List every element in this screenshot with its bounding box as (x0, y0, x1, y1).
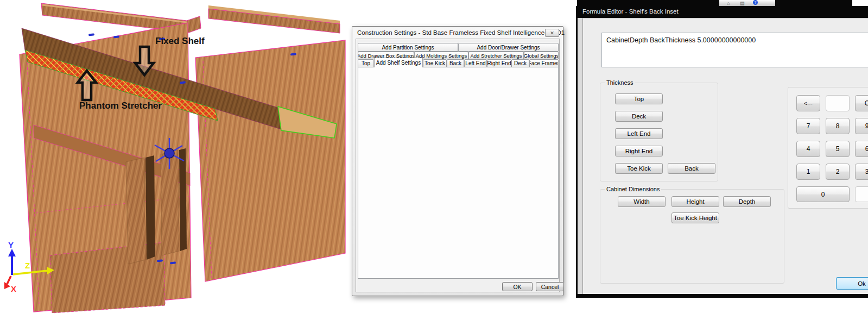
thickness-back-button[interactable]: Back (668, 163, 715, 174)
keypad-backspace-button[interactable]: <--- (796, 95, 820, 111)
tab-global-settings[interactable]: Global Settings (524, 52, 559, 59)
cabinet-dimensions-legend: Cabinet Dimensions (605, 186, 661, 193)
phantom-stretcher-label: Phantom Stretcher (79, 101, 162, 111)
ok-button[interactable]: OK (502, 282, 533, 291)
formula-editor-window: ⌂ ▤ ? Formula Editor - Shelf's Back Inse… (573, 0, 868, 298)
construction-settings-dialog: Construction Settings - Std Base Framele… (352, 26, 563, 296)
keypad-7-button[interactable]: 7 (796, 118, 820, 134)
tab-top[interactable]: Top (358, 59, 374, 67)
height-button[interactable]: Height (671, 196, 719, 207)
axis-x-label: X (11, 284, 16, 293)
formula-editor-title: Formula Editor - Shelf's Back Inset (582, 8, 679, 15)
right-end-panel (195, 40, 345, 281)
top-right-board (208, 5, 340, 33)
keypad-5-button[interactable]: 5 (826, 141, 850, 157)
screen: Fixed Shelf Phantom Stretcher Y Z X Cons… (0, 0, 868, 332)
tab-back[interactable]: Back (447, 59, 464, 67)
tab-add-stretcher-settings[interactable]: Add Stretcher Settings (468, 52, 524, 59)
dialog-title: Construction Settings - Std Base Framele… (357, 29, 565, 36)
home-icon[interactable]: ⌂ (727, 1, 730, 6)
keypad-decimal-button[interactable] (855, 186, 868, 202)
keypad-9-button[interactable]: 9 (855, 118, 868, 134)
tab-left-end[interactable]: Left End (464, 59, 487, 67)
depth-button[interactable]: Depth (723, 196, 771, 207)
keypad-1-button[interactable]: 1 (796, 164, 820, 180)
keypad-4-button[interactable]: 4 (796, 141, 820, 157)
toe-kick-height-button[interactable]: Toe Kick Height (671, 212, 719, 223)
keypad-6-button[interactable]: 6 (855, 141, 868, 157)
tab-deck[interactable]: Deck (511, 59, 529, 67)
keypad-2-button[interactable]: 2 (826, 164, 850, 180)
thickness-toe-kick-button[interactable]: Toe Kick (615, 163, 663, 174)
axis-z-label: Z (25, 261, 30, 270)
tab-face-frames[interactable]: Face Frames (529, 59, 559, 67)
cancel-button[interactable]: Cancel (536, 282, 564, 291)
fixed-shelf-label: Fixed Shelf (155, 36, 205, 46)
thickness-top-button[interactable]: Top (615, 93, 663, 104)
tab-add-partition-settings[interactable]: Add Partition Settings (358, 43, 458, 52)
tab-right-end[interactable]: Right End (487, 59, 511, 67)
thickness-right-end-button[interactable]: Right End (615, 146, 663, 156)
help-circle-icon[interactable]: ? (753, 0, 758, 5)
axis-y-label: Y (8, 240, 14, 249)
keypad-3-button[interactable]: 3 (855, 164, 868, 180)
tab-add-door-drawer-settings[interactable]: Add Door/Drawer Settings (458, 43, 559, 52)
tab-toe-kick[interactable]: Toe Kick (423, 59, 447, 67)
keypad-clear-button[interactable]: C (855, 95, 868, 111)
keypad-8-button[interactable]: 8 (826, 118, 850, 134)
keypad-0-button[interactable]: 0 (796, 186, 850, 202)
grid-icon[interactable]: ▤ (740, 1, 745, 6)
thickness-deck-button[interactable]: Deck (615, 111, 663, 122)
formula-editor-titlebar: Formula Editor - Shelf's Back Inset (576, 6, 868, 18)
shelf-settings-page (358, 67, 559, 279)
thickness-legend: Thickness (605, 79, 635, 86)
formula-input[interactable]: CabinetDepth BackThickness 5.00000000000… (601, 33, 868, 67)
close-icon[interactable]: ✕ (545, 29, 559, 37)
thickness-left-end-button[interactable]: Left End (615, 128, 663, 139)
tab-add-shelf-settings[interactable]: Add Shelf Settings (374, 58, 423, 67)
formula-editor-ok-button[interactable]: Ok (836, 277, 868, 290)
background-toolbar: ⌂ ▤ ? (719, 0, 775, 6)
width-button[interactable]: Width (618, 196, 666, 207)
keypad-blank-button[interactable] (826, 95, 850, 111)
3d-cabinet-viewport[interactable]: Fixed Shelf Phantom Stretcher Y Z X (0, 0, 352, 315)
